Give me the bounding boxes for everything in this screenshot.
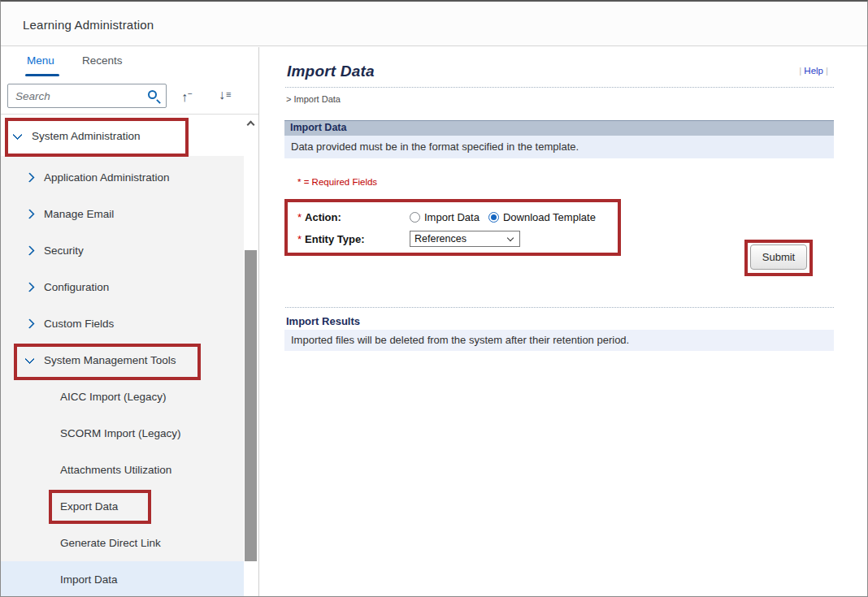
main-panel: Import Data |Help| > Import Data Import …	[260, 47, 867, 596]
section-description-import-results: Imported files will be deleted from the …	[284, 330, 834, 351]
breadcrumb: > Import Data	[286, 94, 341, 104]
sidebar-item-security[interactable]: Security	[1, 232, 245, 269]
sidebar-item-label: Security	[44, 244, 84, 257]
sidebar-item-label: System Administration	[32, 130, 141, 142]
sidebar-tabs: Menu Recents	[1, 47, 258, 76]
submit-button[interactable]: Submit	[750, 244, 807, 270]
search-box	[7, 84, 167, 108]
scrollbar-thumb[interactable]	[245, 250, 257, 561]
help-separator: |	[799, 66, 801, 76]
section-header-import-data: Import Data	[284, 120, 834, 136]
divider-dotted-top	[285, 87, 834, 88]
page-title: Import Data	[287, 63, 375, 80]
navigation-tree: System Administration Application Admini…	[1, 115, 245, 596]
sidebar-item-configuration[interactable]: Configuration	[1, 269, 245, 305]
chevron-right-icon	[24, 172, 35, 183]
sidebar-item-label: Application Administration	[44, 171, 170, 184]
chevron-right-icon	[24, 245, 35, 256]
chevron-down-icon	[24, 354, 35, 365]
chevron-down-icon	[12, 129, 23, 140]
help-separator: |	[826, 66, 828, 76]
action-row: *Action: Import Data Download Template	[297, 208, 621, 226]
tree-group: Application Administration Manage Email …	[1, 156, 245, 561]
arrow-down-glyph: ↓	[219, 88, 225, 102]
sidebar-item-system-management-tools[interactable]: System Management Tools	[1, 342, 245, 379]
search-input[interactable]	[8, 84, 145, 107]
chevron-right-icon	[24, 209, 35, 219]
sidebar-item-custom-fields[interactable]: Custom Fields	[1, 305, 245, 342]
sidebar-item-export-data[interactable]: Export Data	[1, 488, 245, 525]
sidebar-item-label: Import Data	[60, 573, 118, 586]
app-title: Learning Administration	[23, 18, 154, 32]
action-label: *Action:	[297, 211, 410, 223]
sidebar-scrollbar[interactable]	[244, 115, 258, 596]
action-radio-group: Import Data Download Template	[410, 211, 596, 223]
sidebar-item-system-administration[interactable]: System Administration	[1, 115, 245, 156]
sidebar-item-label: Custom Fields	[44, 318, 114, 330]
divider-dotted-bottom	[285, 307, 834, 308]
radio-download-template[interactable]	[488, 212, 499, 223]
chevron-right-icon	[24, 282, 35, 292]
scroll-up-arrow-icon[interactable]	[247, 121, 255, 129]
search-row: ↑− ↓≡	[1, 76, 258, 115]
chevron-down-icon	[507, 235, 514, 241]
sidebar-item-label: Manage Email	[44, 208, 114, 220]
radio-import-data-label[interactable]: Import Data	[424, 211, 480, 223]
sidebar-item-label: Configuration	[44, 281, 109, 293]
sidebar-item-generate-direct-link[interactable]: Generate Direct Link	[1, 525, 245, 561]
sidebar: Menu Recents ↑− ↓≡ System Administration…	[1, 47, 259, 596]
top-bar: Learning Administration	[1, 2, 867, 46]
sidebar-item-label: Export Data	[60, 500, 118, 513]
entity-type-select[interactable]: References	[410, 231, 520, 247]
required-fields-note: * = Required Fields	[297, 177, 377, 187]
sidebar-item-import-data[interactable]: Import Data	[1, 561, 245, 597]
required-star: *	[297, 211, 302, 223]
list-lines-glyph: ≡	[226, 89, 231, 99]
radio-download-template-label[interactable]: Download Template	[503, 211, 596, 223]
sidebar-item-aicc-import-legacy[interactable]: AICC Import (Legacy)	[1, 379, 245, 415]
required-star: *	[297, 233, 302, 245]
entity-type-label: *Entity Type:	[297, 233, 410, 245]
sidebar-item-label: AICC Import (Legacy)	[60, 391, 167, 403]
tab-menu[interactable]: Menu	[27, 54, 54, 67]
sidebar-item-label: System Management Tools	[44, 354, 176, 366]
sidebar-item-label: Attachments Utilization	[60, 464, 171, 476]
entity-type-row: *Entity Type: References	[297, 230, 621, 248]
sidebar-item-attachments-utilization[interactable]: Attachments Utilization	[1, 452, 245, 488]
sidebar-item-scorm-import-legacy[interactable]: SCORM Import (Legacy)	[1, 415, 245, 452]
minus-glyph: −	[188, 89, 192, 98]
chevron-right-icon	[24, 318, 35, 329]
collapse-all-icon[interactable]: ↑−	[181, 86, 192, 106]
search-icon[interactable]	[148, 90, 157, 99]
import-form: *Action: Import Data Download Template *…	[284, 198, 621, 255]
sidebar-item-label: Generate Direct Link	[60, 537, 161, 549]
tab-recents[interactable]: Recents	[82, 54, 123, 67]
section-header-import-results: Import Results	[286, 315, 360, 327]
arrow-up-glyph: ↑	[181, 90, 188, 104]
sidebar-item-application-administration[interactable]: Application Administration	[1, 159, 245, 196]
entity-type-selected-value: References	[414, 233, 467, 244]
submit-area: Submit	[744, 239, 813, 275]
section-description-import-data: Data provided must be in the format spec…	[284, 136, 834, 158]
help-link[interactable]: Help	[804, 66, 823, 76]
sidebar-item-manage-email[interactable]: Manage Email	[1, 196, 245, 232]
help-area: |Help|	[796, 66, 831, 76]
sidebar-item-label: SCORM Import (Legacy)	[60, 427, 181, 439]
radio-import-data[interactable]	[410, 212, 420, 223]
expand-all-icon[interactable]: ↓≡	[219, 86, 231, 103]
